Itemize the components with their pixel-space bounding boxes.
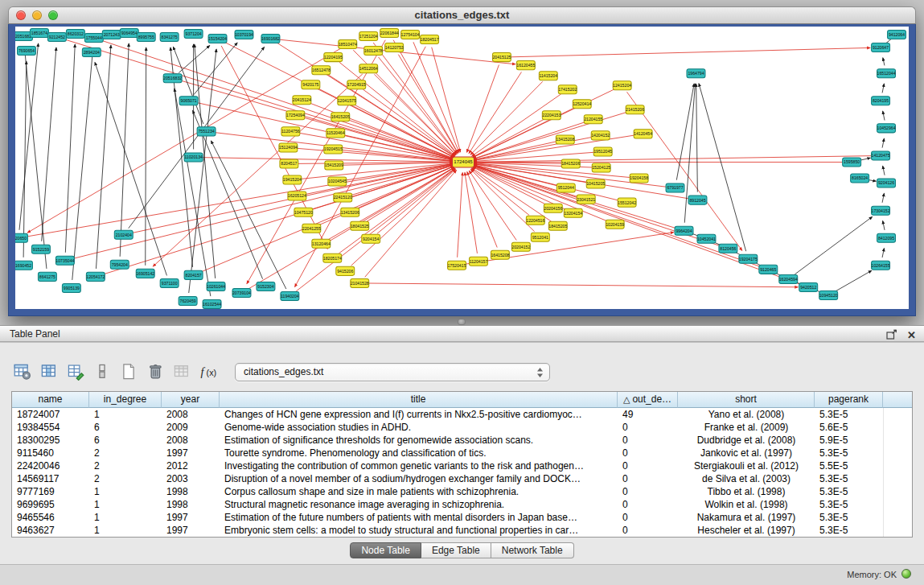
graph-node[interactable]: 22061844	[380, 29, 399, 38]
graph-node[interactable]: 8341275	[160, 33, 179, 42]
graph-node[interactable]: 1690452	[15, 261, 32, 270]
graph-edge[interactable]	[470, 81, 543, 154]
graph-node[interactable]: 2102404	[114, 230, 133, 239]
graph-node[interactable]: 15204125	[592, 163, 610, 172]
graph-node[interactable]: 9152159	[31, 245, 50, 253]
graph-edge[interactable]	[465, 172, 477, 253]
column-header-in_degree[interactable]: in_degree	[89, 392, 162, 408]
graph-node[interactable]: 9412064	[888, 31, 906, 39]
graph-node[interactable]: 17415202	[558, 85, 577, 94]
graph-node[interactable]: 21415206	[626, 105, 644, 114]
table-row[interactable]: 969969511998Structural magnetic resonanc…	[12, 498, 912, 511]
graph-node[interactable]: 10204545	[328, 177, 347, 186]
column-header-out_de[interactable]: △out_de…	[618, 392, 678, 408]
graph-edge[interactable]	[883, 166, 885, 175]
graph-edge[interactable]	[211, 141, 285, 289]
graph-node[interactable]: 9420175	[302, 80, 320, 89]
table-row[interactable]: 911546021997Tourette syndrome. Phenomeno…	[12, 447, 912, 459]
graph-node[interactable]: 8912045	[688, 196, 707, 204]
graph-node[interactable]: 8620312	[66, 30, 84, 39]
graph-node[interactable]: 19204158	[630, 174, 648, 183]
zoom-window-button[interactable]	[48, 10, 58, 20]
graph-node[interactable]: 10452964	[877, 124, 896, 133]
graph-edge[interactable]	[72, 48, 93, 280]
graph-node[interactable]: 19415204	[283, 175, 302, 184]
graph-node[interactable]: 12054172	[86, 272, 105, 281]
graph-node[interactable]: 12754104	[401, 31, 420, 39]
graph-node[interactable]: 10261044	[207, 282, 225, 290]
import-table-icon[interactable]	[170, 360, 193, 383]
graph-edge[interactable]	[466, 65, 499, 153]
table-settings-icon[interactable]	[11, 360, 34, 383]
graph-node[interactable]: 15415209	[325, 161, 343, 170]
graph-node[interactable]: 10475120	[294, 208, 313, 216]
graph-node[interactable]: 16415205	[331, 113, 350, 122]
graph-edge[interactable]	[398, 55, 458, 154]
graph-node[interactable]: 12204195	[324, 53, 343, 62]
close-panel-icon[interactable]: ✕	[907, 330, 916, 341]
graph-edge[interactable]	[469, 72, 521, 154]
graph-node[interactable]: 18204517	[421, 35, 439, 44]
graph-node[interactable]: 17254094	[286, 111, 305, 120]
graph-edge[interactable]	[365, 170, 457, 277]
graph-edge[interactable]	[194, 43, 237, 95]
graph-edge[interactable]	[696, 84, 698, 192]
table-row[interactable]: 946362711997Embryonic stem cells: a mode…	[12, 524, 912, 537]
table-row[interactable]: 1938455462009Genome-wide association stu…	[12, 421, 912, 434]
graph-node[interactable]: 10370194	[235, 31, 253, 39]
graph-node[interactable]: 9204154	[362, 234, 380, 243]
network-canvas[interactable]: 2051682185167492124528620312175504420712…	[15, 27, 909, 309]
graph-edge[interactable]	[179, 46, 210, 73]
graph-node[interactable]: 8412095	[877, 233, 896, 242]
graph-node[interactable]: 21204155	[584, 115, 602, 124]
graph-node[interactable]: 16012478	[364, 47, 383, 56]
graph-node[interactable]: 17251204	[359, 32, 378, 41]
graph-node[interactable]: 14512064	[359, 64, 378, 73]
column-header-name[interactable]: name	[12, 392, 89, 408]
tab-node-table[interactable]: Node Table	[350, 542, 421, 558]
graph-edge[interactable]	[129, 47, 265, 228]
graph-node[interactable]: 13204154	[564, 208, 582, 217]
graph-node[interactable]: 20516832	[163, 74, 182, 83]
graph-edge[interactable]	[883, 111, 885, 121]
graph-edge[interactable]	[95, 62, 166, 275]
graph-node[interactable]: 12204516	[526, 216, 544, 225]
graph-edge[interactable]	[882, 138, 884, 148]
graph-node[interactable]: 16905142	[136, 269, 154, 278]
graph-edge[interactable]	[348, 120, 454, 159]
graph-node[interactable]: 21041528	[351, 278, 369, 287]
graph-node[interactable]: 16205124	[288, 192, 306, 200]
graph-edge[interactable]	[467, 172, 497, 248]
graph-node[interactable]: 12415204	[613, 81, 631, 90]
minimize-window-button[interactable]	[32, 10, 42, 20]
table-source-select[interactable]: citations_edges.txt	[235, 363, 550, 381]
graph-node[interactable]: 11940204	[281, 291, 299, 300]
graph-node[interactable]: 20204156	[544, 204, 562, 212]
graph-node[interactable]: 18041525	[351, 221, 369, 230]
graph-node[interactable]: 7620459	[179, 296, 197, 305]
graph-node[interactable]: 2620650	[15, 233, 27, 242]
graph-hub-node[interactable]: 1724045	[453, 157, 474, 167]
graph-node[interactable]: 8204195	[872, 97, 890, 105]
column-header-pagerank[interactable]: pagerank	[815, 392, 883, 408]
graph-edge[interactable]	[474, 142, 557, 160]
graph-node[interactable]: 20204152	[511, 242, 530, 251]
table-edit-icon[interactable]	[64, 360, 87, 383]
graph-node[interactable]: 14120475	[872, 151, 890, 160]
graph-edge[interactable]	[354, 105, 454, 158]
graph-node[interactable]: 11204157	[469, 257, 487, 266]
table-row[interactable]: 1830029562008Estimation of significance …	[12, 434, 912, 447]
new-table-icon[interactable]	[117, 360, 140, 383]
graph-node[interactable]: 9415206	[336, 266, 355, 275]
graph-node[interactable]: 15512042	[618, 198, 636, 207]
graph-node[interactable]: 11204756	[281, 127, 300, 136]
function-builder-icon[interactable]: f(x)	[197, 360, 220, 383]
graph-node[interactable]: 22415120	[334, 193, 352, 202]
graph-node[interactable]: 14204152	[591, 131, 610, 140]
panel-resize-handle[interactable]	[458, 319, 466, 325]
graph-edge[interactable]	[882, 249, 884, 258]
close-window-button[interactable]	[16, 10, 26, 20]
column-header-year[interactable]: year	[162, 392, 220, 408]
graph-edge[interactable]	[19, 43, 39, 230]
graph-node[interactable]: 18205174	[323, 253, 342, 262]
